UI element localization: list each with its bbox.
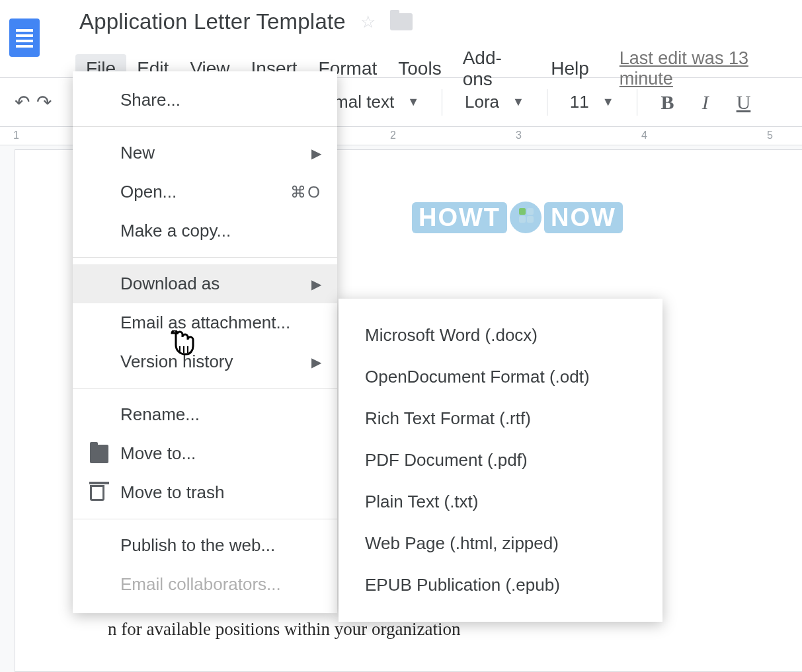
caret-down-icon: ▼: [602, 95, 614, 109]
menu-label: New: [120, 143, 155, 163]
watermark-circle-icon: [510, 202, 541, 233]
last-edit-link[interactable]: Last edit was 13 minute: [620, 48, 802, 89]
file-dropdown-menu: Share... New▶ Open...⌘O Make a copy... D…: [73, 71, 337, 613]
submenu-item-rtf[interactable]: Rich Text Format (.rtf): [339, 398, 662, 439]
menu-label: Email collaborators...: [120, 574, 281, 595]
submenu-arrow-icon: ▶: [311, 354, 321, 370]
ruler-tick: 2: [390, 130, 396, 141]
folder-icon: [90, 445, 108, 463]
menu-separator: [73, 257, 337, 258]
undo-icon[interactable]: ↶: [15, 91, 30, 113]
submenu-arrow-icon: ▶: [311, 276, 321, 292]
bold-button[interactable]: B: [651, 91, 685, 114]
submenu-item-html[interactable]: Web Page (.html, zipped): [339, 523, 662, 564]
docs-logo-icon[interactable]: [9, 19, 40, 57]
submenu-item-epub[interactable]: EPUB Publication (.epub): [339, 564, 662, 606]
font-size-select[interactable]: 11 ▼: [561, 92, 623, 112]
menu-item-rename[interactable]: Rename...: [73, 395, 337, 434]
submenu-item-pdf[interactable]: PDF Document (.pdf): [339, 439, 662, 481]
caret-down-icon: ▼: [512, 95, 524, 109]
menu-item-share[interactable]: Share...: [73, 81, 337, 120]
menu-item-open[interactable]: Open...⌘O: [73, 172, 337, 211]
menu-help[interactable]: Help: [540, 54, 600, 83]
submenu-item-odt[interactable]: OpenDocument Format (.odt): [339, 356, 662, 398]
menu-label: Move to...: [120, 443, 196, 464]
menu-label: Move to trash: [120, 482, 225, 503]
document-body-text: n for available positions within your or…: [108, 619, 802, 640]
menu-item-email-collaborators: Email collaborators...: [73, 565, 337, 604]
redo-icon[interactable]: ↷: [36, 91, 52, 113]
trash-icon: [90, 485, 104, 501]
ruler-tick: 4: [641, 130, 647, 141]
menu-label: Share...: [120, 90, 180, 110]
download-as-submenu: Microsoft Word (.docx) OpenDocument Form…: [339, 299, 662, 622]
document-title[interactable]: Application Letter Template: [79, 9, 346, 34]
ruler-tick: 3: [516, 130, 522, 141]
caret-down-icon: ▼: [407, 95, 419, 109]
star-icon[interactable]: ☆: [360, 12, 376, 32]
menu-tools[interactable]: Tools: [387, 54, 452, 83]
menu-label: Download as: [120, 274, 220, 294]
underline-button[interactable]: U: [726, 91, 762, 114]
menu-shortcut: ⌘O: [290, 183, 321, 202]
menu-item-email-attachment[interactable]: Email as attachment...: [73, 303, 337, 342]
menu-addons[interactable]: Add-ons: [452, 44, 541, 94]
menu-label: Email as attachment...: [120, 313, 290, 333]
menu-label: Version history: [120, 352, 233, 372]
menu-separator: [73, 388, 337, 389]
font-size-label: 11: [570, 92, 589, 112]
menu-item-move-to-trash[interactable]: Move to trash: [73, 473, 337, 512]
menu-item-new[interactable]: New▶: [73, 133, 337, 172]
move-folder-icon[interactable]: [390, 13, 413, 30]
menu-item-download-as[interactable]: Download as▶: [73, 264, 337, 303]
menu-label: Publish to the web...: [120, 535, 275, 556]
title-row: Application Letter Template ☆: [79, 9, 413, 34]
menu-item-version-history[interactable]: Version history▶: [73, 342, 337, 381]
italic-button[interactable]: I: [692, 91, 719, 114]
submenu-item-docx[interactable]: Microsoft Word (.docx): [339, 315, 662, 356]
header: Application Letter Template ☆ File Edit …: [0, 0, 802, 78]
submenu-item-txt[interactable]: Plain Text (.txt): [339, 481, 662, 523]
watermark-right: NOW: [544, 202, 623, 233]
submenu-arrow-icon: ▶: [311, 145, 321, 161]
menu-item-move-to[interactable]: Move to...: [73, 434, 337, 473]
menu-label: Open...: [120, 182, 177, 202]
ruler-tick: 1: [13, 130, 19, 141]
menu-item-make-copy[interactable]: Make a copy...: [73, 211, 337, 250]
watermark: HOWT NOW: [412, 202, 623, 233]
menu-label: Make a copy...: [120, 221, 231, 241]
menu-label: Rename...: [120, 404, 200, 425]
menu-separator: [73, 519, 337, 519]
menu-separator: [73, 126, 337, 127]
font-select[interactable]: Lora ▼: [456, 92, 534, 112]
font-label: Lora: [465, 92, 499, 112]
watermark-left: HOWT: [412, 202, 507, 233]
ruler-tick: 5: [767, 130, 773, 141]
menu-item-publish-web[interactable]: Publish to the web...: [73, 526, 337, 565]
